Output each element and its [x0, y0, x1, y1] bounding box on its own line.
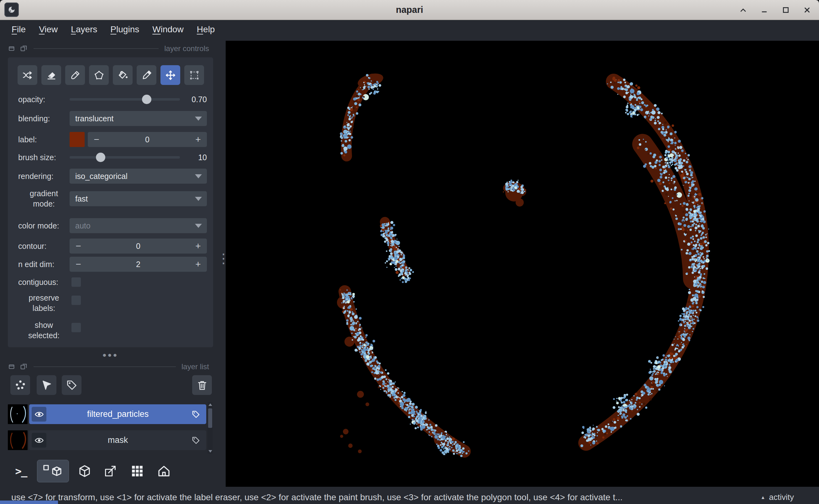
gradient-mode-value: fast	[75, 194, 88, 203]
layer-row-filtered-particles[interactable]: filtered_particles	[8, 404, 206, 424]
n-edit-dim-increment-button[interactable]: +	[189, 259, 207, 270]
label-row: label: − 0 +	[18, 132, 207, 147]
label-color-swatch[interactable]	[70, 132, 85, 147]
eye-icon	[34, 409, 44, 419]
color-mode-label: color mode:	[18, 221, 70, 231]
rendering-label: rendering:	[18, 171, 70, 181]
color-picker-button[interactable]	[137, 65, 156, 85]
transpose-dimensions-button[interactable]	[100, 460, 121, 482]
color-mode-row: color mode: auto	[18, 218, 207, 233]
home-reset-view-button[interactable]	[153, 460, 175, 482]
transpose-icon	[103, 464, 118, 478]
layer-list-scrollbar[interactable]	[207, 402, 213, 454]
paintbrush-icon	[69, 69, 81, 81]
preserve-labels-checkbox[interactable]	[71, 296, 81, 305]
new-points-layer-button[interactable]	[10, 375, 30, 395]
label-increment-button[interactable]: +	[189, 134, 207, 145]
layer-list-buttons	[8, 375, 213, 395]
layer-tag-button[interactable]	[189, 410, 202, 419]
blending-row: blending: translucent	[18, 111, 207, 126]
contiguous-label: contiguous:	[18, 277, 70, 287]
contour-increment-button[interactable]: +	[189, 241, 207, 251]
rendering-dropdown[interactable]: iso_categorical	[70, 169, 207, 184]
rendering-value: iso_categorical	[75, 172, 128, 181]
blending-value: translucent	[75, 114, 113, 123]
labels-tool-row	[18, 65, 204, 85]
menu-help[interactable]: Help	[190, 24, 222, 34]
fill-bucket-button[interactable]	[113, 65, 133, 85]
preserve-labels-row: preserve labels:	[18, 293, 207, 313]
menu-plugins[interactable]: Plugins	[104, 24, 146, 34]
float-dock-icon[interactable]	[20, 45, 28, 53]
layer-visibility-button[interactable]	[32, 433, 46, 448]
hide-dock-icon[interactable]	[8, 363, 16, 371]
pan-zoom-button[interactable]	[160, 65, 180, 85]
delete-layer-button[interactable]	[192, 375, 212, 395]
rendering-row: rendering: iso_categorical	[18, 169, 207, 184]
layer-controls-dock-header: layer controls	[8, 44, 209, 53]
contour-decrement-button[interactable]: −	[70, 241, 87, 251]
opacity-slider-handle[interactable]	[142, 95, 151, 104]
n-edit-dim-decrement-button[interactable]: −	[70, 259, 87, 270]
layer-name[interactable]: filtered_particles	[46, 409, 189, 419]
gradient-mode-label: gradient mode:	[18, 188, 70, 209]
napari-window: napari File View Layers Plugins Window H…	[0, 0, 819, 504]
transform-button[interactable]	[184, 65, 204, 85]
n-edit-dim-value[interactable]: 2	[87, 260, 189, 269]
brush-size-slider-handle[interactable]	[96, 153, 105, 162]
new-labels-layer-button[interactable]	[62, 375, 81, 395]
contiguous-row: contiguous:	[18, 275, 207, 290]
activity-button[interactable]: ▲ activity	[761, 492, 794, 502]
minimize-window-button[interactable]	[759, 5, 769, 15]
eye-icon	[34, 435, 44, 445]
shuffle-colors-button[interactable]	[18, 65, 37, 85]
contour-value[interactable]: 0	[87, 242, 189, 251]
label-decrement-button[interactable]: −	[88, 134, 105, 145]
blending-dropdown[interactable]: translucent	[70, 111, 207, 126]
color-mode-dropdown[interactable]: auto	[70, 218, 207, 233]
color-picker-icon	[141, 69, 153, 81]
menu-layers[interactable]: Layers	[64, 24, 104, 34]
scrollbar-thumb[interactable]	[208, 408, 212, 428]
label-value[interactable]: 0	[105, 135, 189, 144]
menu-file[interactable]: File	[5, 24, 32, 34]
layer-list-dock-title: layer list	[181, 362, 209, 371]
show-selected-checkbox[interactable]	[71, 323, 81, 332]
status-bar: use <7> for transform, use <1> for activ…	[0, 487, 819, 504]
brush-size-row: brush size: 10	[18, 150, 207, 165]
maximize-window-button[interactable]	[781, 5, 791, 15]
polygon-tool-button[interactable]	[89, 65, 109, 85]
layer-tag-button[interactable]	[189, 436, 202, 445]
hide-dock-icon[interactable]	[8, 45, 16, 53]
menu-window[interactable]: Window	[146, 24, 190, 34]
console-button[interactable]: >_	[11, 460, 31, 482]
layer-row-mask[interactable]: mask	[8, 430, 206, 450]
paintbrush-button[interactable]	[65, 65, 85, 85]
menubar: File View Layers Plugins Window Help	[0, 20, 819, 39]
eraser-button[interactable]	[41, 65, 61, 85]
dock-splitter-handle[interactable]: •••	[8, 352, 213, 358]
gradient-mode-dropdown[interactable]: fast	[70, 191, 207, 206]
layer-visibility-button[interactable]	[32, 407, 46, 422]
opacity-slider[interactable]	[70, 92, 180, 107]
layer-name[interactable]: mask	[46, 435, 189, 445]
trash-icon	[196, 379, 208, 391]
toggle-ndisplay-button[interactable]	[37, 460, 69, 482]
layer-controls-panel: opacity: 0.70 blending: translucent	[8, 57, 213, 347]
float-dock-icon[interactable]	[20, 363, 28, 371]
grid-view-button[interactable]	[125, 460, 149, 482]
roll-dimensions-button[interactable]	[73, 460, 97, 482]
opacity-slider-groove	[70, 98, 180, 101]
shade-window-button[interactable]	[738, 5, 748, 15]
viewer-canvas[interactable]	[226, 41, 819, 487]
dock-header-divider	[34, 48, 159, 49]
contiguous-checkbox[interactable]	[71, 277, 81, 287]
new-shapes-layer-button[interactable]	[37, 375, 56, 395]
menu-view[interactable]: View	[32, 24, 64, 34]
chevron-up-icon: ▲	[761, 495, 765, 500]
scroll-down-icon[interactable]	[208, 450, 212, 453]
shapes-icon	[40, 379, 53, 391]
brush-size-slider[interactable]	[70, 150, 180, 165]
scroll-up-icon[interactable]	[208, 403, 212, 406]
close-window-button[interactable]	[802, 5, 812, 15]
